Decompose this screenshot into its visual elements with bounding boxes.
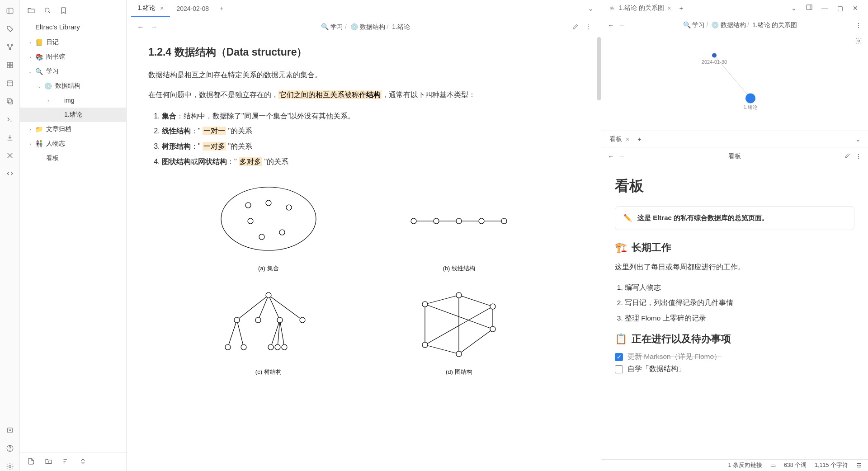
sidebar-toggle-icon[interactable]	[804, 4, 815, 12]
kanban-content[interactable]: 看板 ✏️ 这是 Eltrac 的私有综合数据库的总览页面。 🏗️长期工作 这里…	[601, 165, 868, 459]
status-backlinks[interactable]: 1 条反向链接	[728, 462, 762, 469]
window-close-icon[interactable]: ✕	[850, 5, 861, 12]
nav-back-icon[interactable]: ←	[136, 23, 146, 31]
copy-icon[interactable]	[5, 97, 14, 106]
tree-item[interactable]: ›👫人物志	[20, 137, 126, 151]
crumb-current[interactable]: 1.绪论	[392, 23, 410, 30]
nav-forward-icon[interactable]: →	[149, 23, 159, 31]
window-maximize-icon[interactable]: ▢	[835, 5, 845, 12]
tree-item[interactable]: 1.绪论	[20, 108, 126, 122]
svg-point-16	[9, 450, 10, 450]
chevron-icon[interactable]: ⌄	[27, 69, 33, 74]
chevron-icon[interactable]: ›	[45, 98, 52, 103]
sort-icon[interactable]	[62, 457, 69, 466]
settings-icon[interactable]	[5, 462, 14, 471]
vault-icon[interactable]	[5, 426, 14, 435]
help-icon[interactable]	[5, 444, 14, 453]
nav-forward-icon[interactable]: →	[618, 153, 625, 160]
section-heading: 1.2.4 数据结构（Data structure）	[148, 45, 579, 59]
close-icon[interactable]: ×	[626, 136, 629, 143]
task-list: 编写人物志 写日记，列出值得记录的几件事情 整理 Flomo 上零碎的记录	[625, 280, 854, 326]
tree-item[interactable]: ›📒日记	[20, 35, 126, 50]
svg-line-36	[228, 320, 237, 347]
bookmark-icon[interactable]	[60, 7, 67, 16]
chevron-icon[interactable]: ›	[27, 40, 33, 45]
tree-item[interactable]: ⌄🔍学习	[20, 64, 126, 79]
window-minimize-icon[interactable]: ―	[819, 5, 830, 12]
sync-icon[interactable]: ☲	[856, 462, 862, 469]
pencil-icon: ✏️	[623, 214, 632, 222]
breadcrumb-bar: ← → 🔍 学习/ 💿 数据结构/ 1.绪论 ⋮	[127, 17, 601, 37]
tab-date[interactable]: 2024-02-08	[170, 0, 215, 17]
chevron-icon[interactable]: ›	[27, 55, 33, 60]
crumb-ds[interactable]: 💿 数据结构	[350, 23, 385, 30]
callout: ✏️ 这是 Eltrac 的私有综合数据库的总览页面。	[615, 206, 854, 230]
editor-content[interactable]: 1.2.4 数据结构（Data structure） 数据结构是相互之间存在特定…	[127, 37, 601, 471]
kanban-tab[interactable]: 看板 ×	[605, 131, 634, 147]
svg-rect-7	[7, 66, 9, 68]
todo-item[interactable]: 自学「数据结构」	[615, 364, 854, 374]
nav-forward-icon[interactable]: →	[618, 22, 625, 29]
files-icon[interactable]	[27, 6, 35, 16]
collapse-icon[interactable]	[79, 457, 87, 466]
code-icon[interactable]	[5, 169, 14, 178]
tree-item[interactable]: ›📁文章归档	[20, 122, 126, 137]
tree-item[interactable]: ›📚图书馆	[20, 50, 126, 64]
more-menu-icon[interactable]: ⋮	[585, 23, 592, 32]
new-tab-button[interactable]: +	[215, 5, 228, 12]
calendar-icon[interactable]	[5, 79, 14, 88]
checkbox-checked-icon[interactable]: ✓	[615, 353, 623, 361]
graph-settings-icon[interactable]	[855, 37, 863, 46]
more-menu-icon[interactable]: ⋮	[855, 22, 862, 29]
chevron-icon[interactable]: ›	[27, 141, 33, 146]
grid-icon[interactable]	[5, 61, 14, 70]
activity-bar	[0, 0, 20, 471]
status-chars[interactable]: 1,115 个字符	[815, 462, 848, 469]
svg-point-29	[456, 218, 462, 224]
tab-xulun[interactable]: 1.绪论 ×	[131, 0, 170, 17]
structure-list: 集合：结构中，数据除了"同属一个集合"以外没有其他关系。 线性结构：" 一对一 …	[157, 108, 579, 169]
tab-dropdown-icon[interactable]: ⌄	[583, 4, 598, 13]
tag-icon[interactable]	[5, 24, 14, 33]
download-icon[interactable]	[5, 133, 14, 142]
new-pane-tab[interactable]: +	[676, 5, 687, 12]
todo-item[interactable]: ✓ 更新 Markson（详见 Flomo）	[615, 352, 854, 362]
svg-line-52	[459, 295, 493, 306]
svg-point-61	[456, 292, 462, 298]
sidebar: Eltrac's Library ›📒日记›📚图书馆⌄🔍学习⌄💿数据结构›img…	[20, 0, 127, 471]
close-icon[interactable]: ×	[668, 5, 671, 12]
new-folder-icon[interactable]	[45, 457, 52, 466]
svg-rect-9	[7, 81, 13, 86]
terminal-icon[interactable]	[5, 115, 14, 124]
tree-item[interactable]: ›img	[20, 93, 126, 108]
pane-tab-dropdown[interactable]: ⌄	[852, 136, 864, 143]
search-icon[interactable]	[43, 6, 52, 16]
panel-left-icon[interactable]	[5, 6, 14, 15]
more-menu-icon[interactable]: ⋮	[855, 153, 862, 160]
nav-back-icon[interactable]: ←	[608, 153, 614, 160]
paragraph: 在任何问题中，数据都不是独立存在的，它们之间的相互关系被称作结构，通常有以下四种…	[148, 88, 579, 102]
tree-item[interactable]: ⌄💿数据结构	[20, 79, 126, 93]
pane-tab-dropdown[interactable]: ⌄	[788, 5, 800, 12]
graph-view[interactable]: 2024-01-30 1.绪论	[601, 34, 868, 131]
edit-mode-icon[interactable]	[572, 23, 579, 32]
crumb-study[interactable]: 🔍 学习	[321, 23, 343, 30]
status-words[interactable]: 638 个词	[784, 462, 807, 469]
scrollbar[interactable]	[597, 37, 601, 100]
nav-back-icon[interactable]: ←	[608, 22, 614, 29]
svg-point-4	[9, 48, 11, 50]
tree-item[interactable]: 看板	[20, 151, 126, 165]
tree-item-label: img	[64, 97, 75, 104]
edit-mode-icon[interactable]	[844, 152, 851, 160]
new-pane-tab[interactable]: +	[634, 136, 645, 143]
cross-tools-icon[interactable]	[5, 151, 14, 160]
chevron-icon[interactable]: ⌄	[36, 84, 42, 89]
svg-rect-6	[10, 62, 12, 65]
checkbox-icon[interactable]	[615, 365, 623, 373]
graph-pane: ⚛ 1.绪论 的关系图 × + ⌄ ― ▢ ✕ ← → 🔍 学习/	[601, 0, 868, 131]
graph-icon[interactable]	[5, 42, 14, 52]
chevron-icon[interactable]: ›	[27, 127, 33, 132]
new-note-icon[interactable]	[27, 457, 35, 466]
graph-tab[interactable]: ⚛ 1.绪论 的关系图 ×	[605, 0, 676, 16]
close-icon[interactable]: ×	[160, 4, 164, 12]
